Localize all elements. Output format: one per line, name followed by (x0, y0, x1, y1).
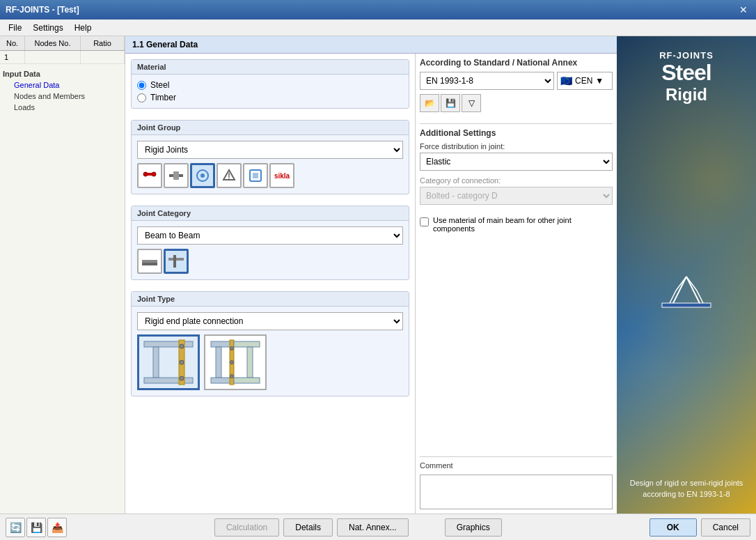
tree-group-label: Input Data (3, 68, 122, 79)
material-timber-radio[interactable] (137, 93, 146, 102)
menu-help[interactable]: Help (69, 22, 97, 34)
additional-settings-header: Additional Settings (420, 128, 613, 138)
material-steel-option[interactable]: Steel (137, 80, 403, 90)
svg-rect-25 (211, 378, 232, 383)
material-steel-radio[interactable] (137, 81, 146, 90)
svg-rect-17 (153, 347, 159, 378)
svg-point-9 (228, 178, 230, 180)
comment-textarea[interactable] (420, 475, 613, 509)
titlebar: RF-JOINTS - [Test] ✕ (0, 0, 756, 20)
brand-description: Design of rigid or semi-rigid joints acc… (624, 478, 749, 500)
brand-logo (659, 270, 714, 314)
settings-load-btn[interactable]: 📂 (420, 94, 439, 112)
svg-line-37 (697, 291, 704, 304)
svg-line-36 (669, 291, 676, 304)
left-panel: No. Nodes No. Ratio 1 Input Data General… (0, 36, 125, 514)
joint-cat-icon-2[interactable] (164, 249, 189, 274)
svg-rect-18 (144, 378, 193, 383)
joint-group-icon-5[interactable] (243, 163, 268, 188)
svg-point-32 (230, 375, 234, 378)
svg-point-1 (143, 172, 148, 176)
svg-rect-23 (211, 341, 232, 347)
right-settings-panel: According to Standard / National Annex E… (415, 54, 617, 514)
menu-settings[interactable]: Settings (27, 22, 68, 34)
joint-group-icon-1[interactable] (137, 163, 162, 188)
material-steel-label: Steel (150, 80, 169, 90)
cancel-button[interactable]: Cancel (701, 518, 750, 537)
joint-group-icon-2[interactable] (164, 163, 189, 188)
standard-row: EN 1993-1-8 AISC 360 🇪🇺 CEN ▼ (420, 72, 613, 90)
joint-group-icon-toolbar: sikla (137, 163, 403, 188)
standard-header: According to Standard / National Annex (420, 58, 613, 68)
comment-header: Comment (420, 461, 613, 470)
center-panel: Material Steel Timber (125, 54, 415, 514)
bottom-right-buttons: OK Cancel (649, 518, 750, 537)
use-material-row: Use material of main beam for other join… (420, 216, 613, 233)
cell-ratio (81, 51, 125, 63)
material-radio-group: Steel Timber (137, 80, 403, 102)
menu-file[interactable]: File (3, 22, 27, 34)
ok-button[interactable]: OK (649, 518, 697, 537)
bottom-toolbar: 🔄 💾 📤 Calculation Details Nat. Annex... … (0, 514, 756, 540)
svg-point-30 (230, 347, 234, 350)
joint-type-img-2[interactable] (204, 334, 267, 390)
svg-rect-29 (234, 378, 260, 383)
cell-nodes (25, 51, 81, 63)
material-timber-option[interactable]: Timber (137, 93, 403, 102)
tree-item-nodes-members[interactable]: Nodes and Members (3, 91, 122, 102)
cell-no: 1 (0, 51, 25, 63)
menu-bar: File Settings Help (0, 20, 756, 36)
table-row: 1 (0, 51, 125, 64)
svg-rect-24 (216, 347, 221, 378)
brand-text: RF-JOINTS Steel Rigid (659, 50, 714, 105)
bottom-center-buttons: Calculation Details Nat. Annex... Graphi… (214, 518, 502, 537)
joint-category-dropdown[interactable]: Beam to Beam Beam to Column Column Base … (137, 226, 403, 245)
joint-type-dropdown[interactable]: Rigid end plate connection Pinned end pl… (137, 312, 403, 330)
graphics-button[interactable]: Graphics (445, 518, 502, 537)
settings-icon-row: 📂 💾 ▽ (420, 94, 613, 112)
joint-category-section: Joint Category Beam to Beam Beam to Colu… (131, 206, 409, 280)
joint-category-icon-toolbar (137, 249, 403, 274)
force-dist-dropdown[interactable]: Elastic Plastic (420, 153, 613, 171)
settings-save-btn[interactable]: 💾 (441, 94, 460, 112)
joint-group-dropdown[interactable]: Rigid Joints Pinned Joints Base Plates (137, 141, 403, 159)
bottom-icon-3[interactable]: 📤 (47, 518, 67, 537)
settings-filter-btn[interactable]: ▽ (462, 94, 481, 112)
main-layout: No. Nodes No. Ratio 1 Input Data General… (0, 36, 756, 514)
col-header-no: No. (0, 36, 25, 50)
category-dropdown[interactable]: Bolted - category D Bolted - category B (420, 187, 613, 205)
bottom-icon-1[interactable]: 🔄 (6, 518, 25, 537)
nat-annex-button[interactable]: Nat. Annex... (337, 518, 409, 537)
annex-label: CEN (575, 76, 592, 86)
brand-panel: RF-JOINTS Steel Rigid Design of rigid or… (617, 36, 756, 514)
details-button[interactable]: Details (283, 518, 333, 537)
annex-dropdown[interactable]: 🇪🇺 CEN ▼ (557, 72, 613, 90)
close-button[interactable]: ✕ (737, 3, 750, 17)
calculation-button[interactable]: Calculation (214, 518, 279, 537)
svg-line-35 (686, 277, 700, 304)
joint-group-section: Joint Group Rigid Joints Pinned Joints B… (131, 120, 409, 194)
joint-group-icon-sikla[interactable]: sikla (269, 163, 294, 188)
joint-type-section: Joint Type Rigid end plate connection Pi… (131, 291, 409, 396)
joint-group-icon-4[interactable] (216, 163, 242, 188)
joint-group-header: Joint Group (132, 121, 409, 135)
table-header: No. Nodes No. Ratio (0, 36, 125, 51)
svg-rect-13 (142, 263, 157, 265)
joint-group-icon-3[interactable] (190, 163, 215, 188)
tree-item-loads[interactable]: Loads (3, 102, 122, 113)
divider-2 (420, 456, 613, 457)
standard-dropdown[interactable]: EN 1993-1-8 AISC 360 (420, 72, 554, 90)
joint-type-img-1[interactable] (137, 334, 200, 390)
svg-rect-12 (142, 260, 157, 263)
category-label: Category of connection: (420, 176, 613, 185)
svg-rect-40 (662, 303, 711, 307)
use-material-checkbox[interactable] (420, 217, 429, 226)
bottom-icon-2[interactable]: 💾 (26, 518, 46, 537)
joint-type-images (137, 334, 403, 390)
svg-line-34 (672, 277, 686, 304)
divider-1 (420, 123, 613, 124)
joint-cat-icon-1[interactable] (137, 249, 162, 274)
bottom-left-icons: 🔄 💾 📤 (6, 518, 67, 537)
tree-item-general-data[interactable]: General Data (3, 79, 122, 91)
force-dist-label: Force distribution in joint: (420, 142, 613, 151)
